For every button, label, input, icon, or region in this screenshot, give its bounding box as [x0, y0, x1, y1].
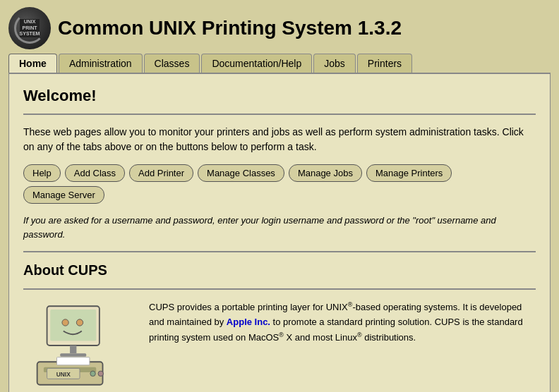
about-section: UNIX CUPS provides a portable printing l… [23, 300, 536, 392]
reg-mark-2: ® [279, 331, 284, 338]
manage-classes-button[interactable]: Manage Classes [198, 164, 284, 182]
about-text: CUPS provides a portable printing layer … [149, 300, 536, 345]
manage-printers-button[interactable]: Manage Printers [366, 164, 452, 182]
tab-home[interactable]: Home [8, 54, 57, 73]
svg-point-3 [76, 319, 83, 326]
nav-bar: Home Administration Classes Documentatio… [0, 49, 559, 73]
tab-jobs[interactable]: Jobs [313, 54, 356, 73]
help-button[interactable]: Help [23, 164, 61, 182]
cups-printer-illustration: UNIX [23, 300, 136, 392]
svg-text:UNIX: UNIX [56, 371, 71, 378]
svg-point-9 [90, 371, 95, 376]
svg-rect-4 [70, 345, 76, 353]
intro-text: These web pages allow you to monitor you… [23, 125, 536, 154]
apple-inc-link[interactable]: Apple Inc. [227, 317, 270, 327]
manage-jobs-button[interactable]: Manage Jobs [289, 164, 362, 182]
tab-printers[interactable]: Printers [357, 54, 412, 73]
svg-rect-8 [57, 357, 90, 365]
tab-documentation[interactable]: Documentation/Help [201, 54, 312, 73]
svg-rect-5 [60, 353, 86, 357]
main-content: Welcome! These web pages allow you to mo… [8, 73, 551, 392]
welcome-heading: Welcome! [23, 87, 536, 105]
action-buttons: Help Add Class Add Printer Manage Classe… [23, 164, 536, 204]
app-title: Common UNIX Printing System 1.3.2 [58, 17, 402, 39]
tab-administration[interactable]: Administration [59, 54, 143, 73]
divider-mid [23, 251, 536, 252]
svg-rect-1 [50, 310, 96, 341]
about-text-4: X and most Linux [284, 332, 357, 343]
divider-top [23, 114, 536, 115]
divider-about [23, 288, 536, 290]
reg-mark-3: ® [357, 331, 362, 338]
logo-text: UNIXPRINTSYSTEM [20, 19, 40, 37]
about-heading: About CUPS [23, 262, 536, 278]
about-text-5: distributions. [362, 332, 416, 343]
logo-area: UNIXPRINTSYSTEM Common UNIX Printing Sys… [8, 7, 402, 49]
about-text-1: CUPS provides a portable printing layer … [149, 302, 348, 312]
manage-server-button[interactable]: Manage Server [23, 186, 104, 204]
svg-point-10 [98, 371, 103, 376]
tab-classes[interactable]: Classes [144, 54, 200, 73]
add-class-button[interactable]: Add Class [65, 164, 125, 182]
header: UNIXPRINTSYSTEM Common UNIX Printing Sys… [0, 0, 559, 49]
login-note: If you are asked for a username and pass… [23, 214, 536, 241]
svg-point-2 [62, 319, 68, 326]
cups-logo-icon: UNIXPRINTSYSTEM [8, 7, 51, 49]
add-printer-button[interactable]: Add Printer [129, 164, 193, 182]
